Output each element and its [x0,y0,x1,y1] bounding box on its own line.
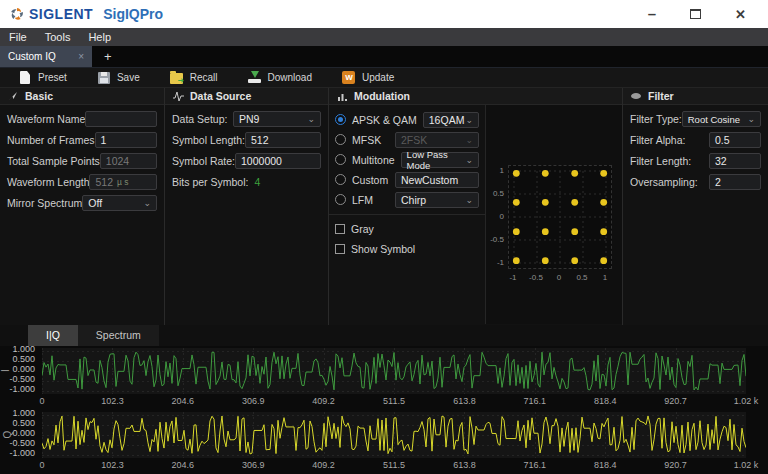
tab-close-icon[interactable]: × [78,51,84,62]
constellation-dot [542,228,549,235]
maximize-button[interactable] [690,9,701,19]
constellation-dot [600,170,607,177]
data-setup-row: Data Setup: PN9 ⌄ [165,110,328,128]
tab-iq[interactable]: I|Q [28,325,78,346]
x-tick-label: 613.8 [439,396,489,406]
panel-title: Modulation [354,90,410,102]
constellation-dot [513,228,520,235]
modulation-panel-header: Modulation [329,88,622,105]
y-tick-label: -0.500 [0,374,35,384]
preset-button[interactable]: Preset [18,71,67,85]
y-tick-label: 0.500 [0,354,35,364]
multitone-radio[interactable] [335,154,346,165]
filter-length-input[interactable]: 32 [709,153,761,169]
data-setup-dropdown[interactable]: PN9 ⌄ [233,111,321,127]
multitone-row: Multitone Low Pass Mode ⌄ [329,150,485,169]
mirror-spectrum-row: Mirror Spectrum Off ⌄ [0,194,164,212]
x-tick-label: 306.9 [228,396,278,406]
multitone-dropdown[interactable]: Low Pass Mode ⌄ [401,152,479,168]
symbol-rate-row: Symbol Rate: 1000000 [165,152,328,170]
y-tick-label: 0.500 [0,418,35,428]
x-tick-label: 0 [17,460,67,470]
y-tick-label: 0.000 [0,364,35,374]
x-tick-label: 716.1 [510,460,560,470]
constellation-axes [508,165,612,269]
basic-panel: Basic Waveform Name Number of Frames 1 T… [0,88,165,325]
siglent-logo-icon [10,7,24,21]
x-tick-label: 818.4 [580,460,630,470]
chevron-down-icon: ⌄ [465,116,473,124]
number-of-frames-row: Number of Frames 1 [0,131,164,149]
app-window: SIGLENT SigIQPro – ✕ File Tools Help Cus… [0,0,768,474]
mirror-spectrum-dropdown[interactable]: Off ⌄ [82,195,157,211]
chevron-down-icon: ⌄ [307,115,315,123]
mfsk-radio[interactable] [335,134,346,145]
y-tick-label: -1 [488,258,504,267]
recall-button[interactable]: Recall [170,71,218,85]
brand-name: SIGLENT [29,6,93,22]
y-tick-label: 0 [488,212,504,221]
constellation-dot [542,199,549,206]
constellation-dot [600,199,607,206]
q-waveform-plot: Q 1.0000.5000.000-0.500-1.000 0102.3204.… [0,411,768,474]
update-button[interactable]: W Update [342,71,394,85]
close-button[interactable]: ✕ [735,7,746,22]
download-button[interactable]: Download [248,71,312,85]
y-tick-label: -1.000 [0,384,35,394]
filter-panel-header: Filter [623,88,768,105]
apsk-qam-radio[interactable] [335,114,346,125]
filter-type-dropdown[interactable]: Root Cosine ⌄ [682,111,761,127]
show-symbol-checkbox[interactable] [335,244,345,254]
mfsk-dropdown: 2FSK ⌄ [395,132,479,148]
waveform-view: I|Q Spectrum I 1.0000.5000.000-0.500-1.0… [0,325,768,474]
ellipse-icon [630,90,642,102]
chevron-down-icon: ⌄ [465,136,473,144]
custom-radio[interactable] [335,174,346,185]
x-tick-label: 716.1 [510,396,560,406]
tab-custom-iq[interactable]: Custom IQ × [0,46,92,67]
divider [329,214,485,215]
constellation-plot: 10.50-0.5-1 -1-0.500.51 [486,105,622,324]
menu-file[interactable]: File [0,31,36,43]
menu-help[interactable]: Help [79,31,120,43]
y-tick-label: -1.000 [0,448,35,458]
add-tab-button[interactable]: + [92,46,124,67]
x-tick-label: 511.5 [369,396,419,406]
i-y-axis: 1.0000.5000.000-0.500-1.000 [0,347,38,397]
window-controls: – ✕ [648,7,758,22]
apsk-qam-row: APSK & QAM 16QAM ⌄ [329,110,485,129]
oversampling-row: Oversampling: 2 [623,173,768,191]
q-y-axis: 1.0000.5000.000-0.500-1.000 [0,411,38,461]
oversampling-input[interactable]: 2 [709,174,761,190]
y-tick-label: -0.500 [0,438,35,448]
gray-checkbox[interactable] [335,224,345,234]
title-bar: SIGLENT SigIQPro – ✕ [0,0,768,28]
x-tick-label: 1 [595,273,615,282]
show-symbol-row: Show Symbol [329,239,485,258]
x-tick-label: 0 [549,273,569,282]
x-tick-label: 920.7 [651,396,701,406]
tab-spectrum[interactable]: Spectrum [78,325,159,346]
chevron-down-icon: ⌄ [465,156,473,164]
gray-row: Gray [329,219,485,238]
data-source-panel: Data Source Data Setup: PN9 ⌄ Symbol Len… [165,88,329,325]
waveform-icon [172,90,184,102]
symbol-length-input[interactable]: 512 [245,132,321,148]
lfm-dropdown[interactable]: Chirp ⌄ [395,192,479,208]
apsk-qam-dropdown[interactable]: 16QAM ⌄ [423,112,479,128]
x-tick-label: 0 [17,396,67,406]
save-button[interactable]: Save [97,71,140,85]
filter-alpha-input[interactable]: 0.5 [709,132,761,148]
settings-panels: Basic Waveform Name Number of Frames 1 T… [0,88,768,325]
waveform-name-input[interactable] [85,111,157,127]
symbol-rate-input[interactable]: 1000000 [235,153,321,169]
minimize-button[interactable]: – [648,9,656,19]
tab-label: Custom IQ [8,51,78,62]
waveform-length-row: Waveform Length 512 µ s [0,173,164,191]
menu-tools[interactable]: Tools [36,31,80,43]
custom-name-input[interactable]: NewCustom [395,172,479,188]
filter-length-row: Filter Length: 32 [623,152,768,170]
panel-title: Basic [25,90,53,102]
number-of-frames-input[interactable]: 1 [95,132,157,148]
lfm-radio[interactable] [335,194,346,205]
